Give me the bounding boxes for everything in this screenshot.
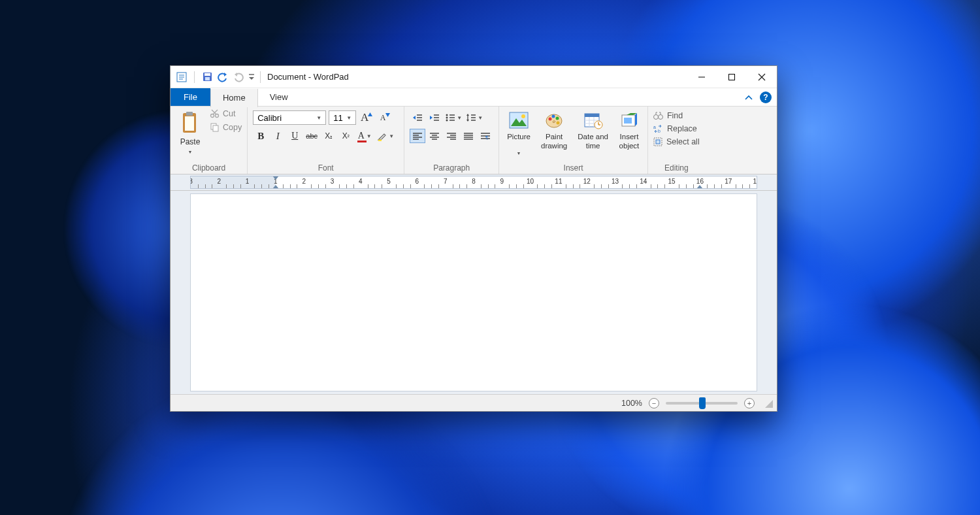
svg-text:a: a: [653, 125, 656, 129]
svg-marker-87: [635, 113, 637, 126]
font-name-value: Calibri: [257, 113, 282, 123]
align-center-button[interactable]: [427, 129, 442, 143]
document-page[interactable]: [190, 193, 757, 391]
insert-date-time-label: Date and time: [578, 132, 608, 151]
shrink-font-button[interactable]: A: [377, 110, 393, 125]
horizontal-ruler[interactable]: 321123456789101112131415161718: [190, 176, 757, 189]
redo-button[interactable]: [231, 70, 246, 84]
font-color-button[interactable]: A ▼: [355, 129, 374, 143]
copy-label: Copy: [223, 123, 242, 132]
replace-label: Replace: [667, 124, 697, 133]
svg-marker-24: [368, 112, 372, 116]
paragraph-group-label: Paragraph: [410, 162, 493, 174]
italic-button[interactable]: I: [270, 129, 286, 143]
svg-marker-43: [466, 120, 469, 122]
tab-file[interactable]: File: [171, 88, 210, 106]
svg-rect-5: [204, 73, 210, 76]
editing-group-label: Editing: [653, 162, 700, 174]
paragraph-dialog-button[interactable]: ¶: [478, 129, 493, 143]
select-all-button[interactable]: Select all: [653, 137, 700, 146]
title-bar[interactable]: Document - WordPad: [171, 66, 777, 88]
copy-icon: [210, 122, 220, 132]
svg-rect-76: [585, 114, 599, 117]
maximize-button[interactable]: [717, 66, 747, 88]
first-line-indent-marker[interactable]: [272, 176, 279, 180]
window-title: Document - WordPad: [267, 72, 349, 82]
zoom-out-button[interactable]: −: [649, 398, 659, 408]
app-icon: [174, 70, 189, 84]
tab-home[interactable]: Home: [210, 89, 258, 107]
decrease-indent-button[interactable]: [410, 110, 425, 125]
resize-grip[interactable]: [764, 399, 773, 408]
bullet-list-button[interactable]: ▼: [444, 110, 463, 125]
svg-point-89: [653, 115, 658, 120]
insert-paint-drawing-button[interactable]: Paint drawing: [538, 108, 570, 151]
grow-font-button[interactable]: A: [359, 110, 374, 125]
increase-indent-button[interactable]: [427, 110, 442, 125]
font-size-select[interactable]: 11 ▼: [329, 110, 356, 125]
svg-point-90: [658, 115, 662, 120]
insert-picture-button[interactable]: Picture▼: [504, 108, 533, 157]
line-spacing-button[interactable]: ▼: [465, 110, 484, 125]
save-button[interactable]: [200, 70, 214, 84]
cut-button[interactable]: Cut: [210, 108, 242, 118]
svg-point-74: [557, 122, 560, 125]
hanging-indent-marker[interactable]: [272, 185, 279, 189]
insert-group-label: Insert: [504, 162, 642, 174]
insert-date-time-button[interactable]: Date and time: [575, 108, 611, 151]
status-bar: 100% − +: [171, 394, 777, 411]
zoom-slider[interactable]: [666, 402, 738, 405]
svg-point-72: [552, 115, 555, 118]
svg-marker-8: [235, 73, 237, 76]
text-highlight-button[interactable]: ▼: [376, 129, 395, 143]
undo-button[interactable]: [216, 70, 230, 84]
picture-icon: [508, 110, 529, 131]
replace-button[interactable]: ab Replace: [653, 124, 700, 133]
tab-view[interactable]: View: [258, 88, 300, 106]
align-left-button[interactable]: [410, 129, 425, 143]
minimize-button[interactable]: [687, 66, 717, 88]
subscript-button[interactable]: X: [321, 129, 336, 143]
copy-button[interactable]: Copy: [210, 122, 242, 132]
group-clipboard: Paste ▼ Cut Copy: [171, 107, 248, 174]
collapse-ribbon-button[interactable]: [744, 94, 753, 101]
paste-button[interactable]: Paste ▼: [176, 108, 204, 156]
help-button[interactable]: ?: [760, 91, 772, 103]
strikethrough-button[interactable]: abc: [304, 129, 319, 143]
font-name-select[interactable]: Calibri ▼: [253, 110, 326, 125]
qat-customize-dropdown[interactable]: [247, 70, 256, 84]
svg-point-73: [556, 117, 559, 120]
svg-point-37: [446, 117, 448, 119]
zoom-percentage[interactable]: 100%: [621, 399, 642, 408]
svg-point-19: [216, 114, 219, 118]
group-editing: Find ab Replace Select all: [648, 107, 705, 174]
svg-rect-17: [186, 112, 193, 116]
font-group-label: Font: [253, 162, 399, 174]
svg-rect-88: [624, 118, 632, 124]
superscript-button[interactable]: X: [338, 129, 353, 143]
right-indent-marker[interactable]: [696, 185, 703, 189]
svg-marker-25: [385, 113, 390, 117]
justify-button[interactable]: [461, 129, 476, 143]
ribbon-tabs: File Home View ?: [171, 88, 777, 107]
svg-point-18: [211, 114, 214, 118]
find-label: Find: [667, 111, 683, 120]
paint-icon: [544, 110, 564, 131]
document-area: [171, 191, 777, 394]
calendar-clock-icon: [583, 110, 604, 131]
svg-marker-10: [249, 77, 254, 80]
bold-button[interactable]: B: [253, 129, 269, 143]
underline-button[interactable]: U: [287, 129, 302, 143]
align-right-button[interactable]: [444, 129, 459, 143]
insert-object-button[interactable]: Insert object: [616, 108, 642, 151]
zoom-slider-thumb[interactable]: [699, 397, 706, 409]
insert-object-label: Insert object: [619, 132, 640, 151]
group-font: Calibri ▼ 11 ▼ A A B I U: [248, 107, 404, 174]
svg-rect-6: [205, 77, 210, 80]
close-button[interactable]: [747, 66, 777, 88]
zoom-in-button[interactable]: +: [744, 398, 755, 408]
object-icon: [619, 110, 640, 131]
replace-icon: ab: [653, 124, 663, 133]
ruler-area: 321123456789101112131415161718: [171, 174, 777, 191]
find-button[interactable]: Find: [653, 111, 700, 120]
